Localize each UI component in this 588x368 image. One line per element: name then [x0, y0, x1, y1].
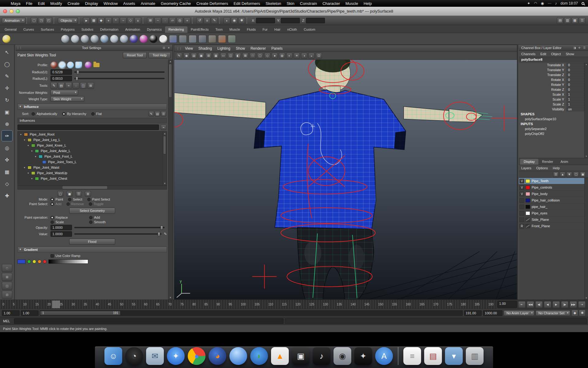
rainbow-sphere-brush-icon[interactable]: [85, 62, 92, 68]
layer-color-swatch[interactable]: [526, 218, 530, 222]
influence-row[interactable]: ▾ Pipe_Joint_Chest: [18, 176, 167, 181]
layer-editor-tab[interactable]: Render: [538, 159, 557, 165]
influence-filter-input[interactable]: [17, 125, 159, 130]
input-connections-icon[interactable]: ↺: [196, 17, 203, 24]
open-scene-icon[interactable]: ◳: [38, 17, 45, 24]
expander-icon[interactable]: ▾: [28, 144, 31, 147]
use-all-lights-icon[interactable]: ☀: [294, 53, 300, 59]
step-forward-key-icon[interactable]: ▶▶: [570, 301, 577, 308]
downloads-folder-dock-icon[interactable]: ▾: [445, 347, 463, 365]
select-by-object-icon[interactable]: ▦: [90, 17, 97, 24]
ipr-render-icon[interactable]: [189, 35, 197, 43]
selection-mode-dropdown[interactable]: Objects: [58, 18, 78, 23]
snap-to-planes-icon[interactable]: ▱: [169, 17, 176, 24]
detail-view-icon[interactable]: ≣: [85, 191, 91, 197]
mask-surfaces-icon[interactable]: ◇: [127, 17, 134, 24]
layer-visibility-toggle[interactable]: V: [519, 192, 524, 196]
z-input[interactable]: [306, 18, 325, 23]
shelf-tab[interactable]: nCloth: [284, 26, 300, 33]
show-manipulator-tool-icon[interactable]: ✜: [2, 154, 13, 165]
channel-value[interactable]: 1: [567, 97, 584, 102]
selected-object-name[interactable]: polySurface8: [519, 57, 588, 63]
layer-row[interactable]: Pipe_hair_collision: [519, 197, 584, 204]
bluetooth-icon[interactable]: ◉: [541, 1, 544, 6]
vlc-dock-icon[interactable]: ▲: [271, 347, 289, 365]
show-influence-icon[interactable]: ☰: [161, 111, 166, 117]
range-slider-track[interactable]: 1 191: [40, 310, 463, 316]
playback-start-field[interactable]: 1.00: [21, 310, 39, 316]
film-gate-icon[interactable]: ▭: [220, 53, 226, 59]
snap-to-grids-icon[interactable]: ⊞: [147, 17, 154, 24]
stamp-pattern-icon[interactable]: ⊞: [87, 82, 94, 89]
channel-value[interactable]: 0: [567, 82, 584, 87]
influence-row[interactable]: ▾ Pipe_Joint_Ankle_L: [18, 148, 167, 154]
tool-settings-scrollbar[interactable]: ▲▼: [168, 59, 172, 300]
influences-scrollbar[interactable]: ▲▼: [163, 132, 167, 186]
soft-modification-tool-icon[interactable]: ◎: [2, 142, 13, 153]
manipulator-icon[interactable]: ✛: [577, 46, 582, 50]
chrome-dock-icon[interactable]: ●: [188, 347, 205, 365]
resolution-gate-icon[interactable]: ◫: [228, 53, 234, 59]
channel-row[interactable]: Translate Z 0: [519, 72, 584, 77]
anisotropic-material-icon[interactable]: [61, 35, 69, 43]
audio-app-dock-icon[interactable]: ♪: [313, 347, 330, 365]
close-panel-icon[interactable]: ✕: [166, 46, 171, 50]
animation-start-field[interactable]: 1.00: [2, 310, 20, 316]
menubar-item[interactable]: Animate: [138, 1, 158, 6]
layer-visibility-toggle[interactable]: V: [519, 185, 524, 190]
shelf-tab[interactable]: Curves: [20, 26, 37, 33]
save-scene-icon[interactable]: ◰: [45, 17, 52, 24]
weight-type-dropdown[interactable]: Skin Weight: [51, 96, 84, 102]
layer-color-swatch[interactable]: [526, 205, 530, 209]
insert-edge-loop-tool-icon[interactable]: ▦: [2, 166, 13, 177]
use-background-icon[interactable]: [130, 35, 138, 43]
paint-select-option[interactable]: Toggle: [89, 202, 104, 206]
value-input[interactable]: 1.0000: [51, 231, 72, 237]
tool-help-button[interactable]: Tool Help: [149, 52, 171, 58]
trash-dock-icon[interactable]: ▥: [466, 347, 484, 365]
blue-orb-app-dock-icon[interactable]: [229, 347, 247, 365]
layer-row[interactable]: Pipe_eyes: [519, 210, 584, 217]
go-to-end-icon[interactable]: ⇥: [578, 301, 586, 308]
mask-handles-icon[interactable]: +: [105, 17, 112, 24]
shelf-tab[interactable]: Fluids: [243, 26, 259, 33]
ramp-color-dot[interactable]: [38, 260, 41, 263]
textured-icon[interactable]: ◐: [286, 53, 292, 59]
channel-box-menu-item[interactable]: Edit: [538, 52, 548, 56]
scale-tool-icon[interactable]: ▣: [2, 106, 13, 117]
menubar-item[interactable]: Maya: [8, 1, 23, 6]
new-layer-assign-selected-icon[interactable]: ▣: [580, 172, 586, 177]
smear-brush-icon[interactable]: ≈: [65, 82, 72, 89]
channel-value[interactable]: 1: [567, 92, 584, 97]
normalize-weights-dropdown[interactable]: Post: [51, 90, 78, 95]
layer-editor-tab[interactable]: Display: [520, 159, 538, 165]
mask-curves-icon[interactable]: ~: [120, 17, 126, 24]
play-forwards-icon[interactable]: ▶: [552, 301, 560, 308]
menubar-item[interactable]: Assets: [120, 1, 138, 6]
layer-row[interactable]: pipe_hair_: [519, 204, 584, 210]
safe-title-icon[interactable]: ▢: [257, 53, 263, 59]
ramp-gradient-strip[interactable]: [48, 259, 88, 264]
smooth-shade-all-icon[interactable]: ●: [272, 53, 278, 59]
universal-manipulator-icon[interactable]: ⊕: [2, 118, 13, 129]
layer-menu-item[interactable]: Help: [550, 166, 562, 170]
dock-panel-icon[interactable]: ⊡: [161, 46, 166, 50]
blur-brush-icon[interactable]: ◌: [73, 82, 79, 89]
influences-hscrollbar[interactable]: [17, 186, 167, 190]
channel-box-toggle-icon[interactable]: ▦: [571, 17, 578, 24]
reset-tool-button[interactable]: Reset Tool: [123, 52, 147, 58]
channel-value[interactable]: 0: [567, 73, 584, 77]
channel-value[interactable]: 0: [567, 87, 584, 92]
channel-value[interactable]: 0: [567, 68, 584, 72]
ramp-color-swatch[interactable]: [17, 259, 25, 264]
command-line-input[interactable]: [14, 318, 284, 324]
influence-section-header[interactable]: Influence: [17, 104, 167, 110]
google-earth-dock-icon[interactable]: ◗: [250, 347, 268, 365]
sort-option[interactable]: Alphabetically: [32, 112, 57, 116]
grip-divider[interactable]: [26, 17, 29, 24]
bracket-app-dock-icon[interactable]: ▣: [292, 347, 310, 365]
ocean-shader-icon[interactable]: [100, 35, 108, 43]
shelf-tab[interactable]: Custom: [300, 26, 319, 33]
snap-align-icon[interactable]: +: [184, 17, 190, 24]
phong-material-icon[interactable]: [110, 35, 118, 43]
